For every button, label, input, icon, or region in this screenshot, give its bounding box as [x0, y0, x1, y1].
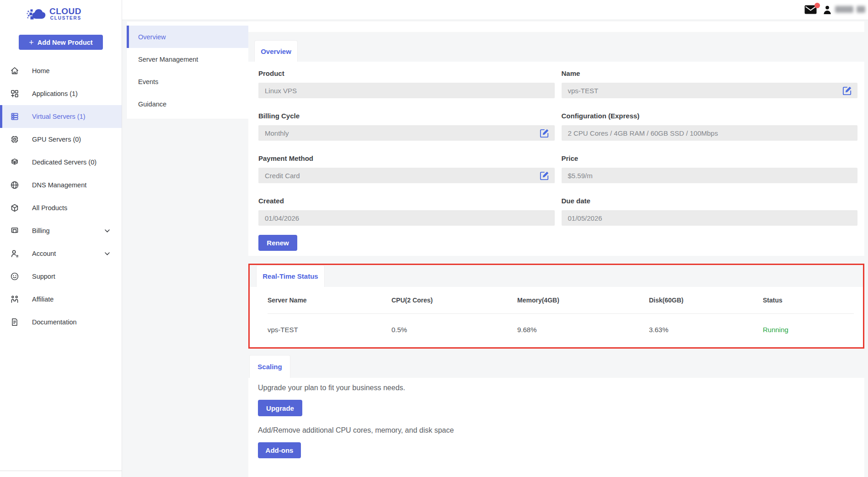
sidebar-footer-divider — [0, 471, 122, 471]
field-billing-cycle: Billing Cycle Monthly — [258, 112, 555, 141]
mail-icon[interactable] — [804, 5, 818, 16]
account-icon — [10, 249, 19, 258]
col-server-name: Server Name — [268, 297, 391, 304]
tab-overview[interactable]: Overview — [254, 40, 298, 62]
created-value: 01/04/2026 — [258, 210, 555, 226]
plus-icon: + — [29, 38, 34, 47]
field-label: Due date — [562, 197, 858, 205]
sidebar-item-support[interactable]: Support — [0, 265, 122, 288]
notification-badge — [814, 3, 820, 8]
field-label: Product — [258, 69, 555, 77]
sidebar-item-documentation[interactable]: Documentation — [0, 311, 122, 334]
overview-card: Overview Product Linux VPS Name vps-TEST — [248, 21, 864, 256]
field-payment-method: Payment Method Credit Card — [258, 154, 555, 183]
cell-server-name: vps-TEST — [268, 326, 391, 334]
field-label: Billing Cycle — [258, 112, 555, 120]
overview-tabstrip: Overview — [248, 32, 864, 62]
scaling-tabstrip: Scaling — [248, 355, 864, 378]
field-price: Price $5.59/m — [562, 154, 858, 183]
realtime-status-table: Server Name CPU(2 Cores) Memory(4GB) Dis… — [250, 287, 863, 345]
edit-payment-method-icon[interactable] — [539, 170, 550, 181]
billing-icon — [10, 226, 19, 235]
sidebar-item-home[interactable]: Home — [0, 59, 122, 82]
sidebar-item-gpu-servers[interactable]: GPU Servers (0) — [0, 128, 122, 151]
field-configuration: Configuration (Express) 2 CPU Cores / 4G… — [562, 112, 858, 141]
field-label: Created — [258, 197, 555, 205]
cloud-clusters-logo[interactable]: CLOUD CLUSTERS — [27, 5, 95, 22]
affiliate-icon — [10, 295, 19, 304]
field-name: Name vps-TEST — [562, 69, 858, 98]
field-created: Created 01/04/2026 — [258, 197, 555, 226]
sidebar-item-billing[interactable]: Billing — [0, 219, 122, 242]
col-memory: Memory(4GB) — [517, 297, 649, 304]
sidebar-nav: Home Applications (1) Virtual Servers (1… — [0, 59, 122, 334]
field-product: Product Linux VPS — [258, 69, 555, 98]
col-status: Status — [763, 297, 854, 304]
addons-button[interactable]: Add-ons — [258, 442, 301, 458]
tab-real-time-status[interactable]: Real-Time Status — [256, 265, 325, 287]
topbar — [122, 0, 868, 20]
subnav-item-server-management[interactable]: Server Management — [127, 48, 248, 70]
payment-method-value: Credit Card — [258, 168, 555, 183]
support-icon — [10, 272, 19, 281]
home-icon — [10, 66, 19, 75]
cell-disk: 3.63% — [649, 326, 763, 334]
renew-button[interactable]: Renew — [258, 235, 297, 251]
user-icon[interactable] — [823, 5, 831, 14]
realtime-status-highlight-box: Real-Time Status Server Name CPU(2 Cores… — [248, 264, 864, 349]
cloud-logo-icon — [27, 5, 48, 22]
virtual-servers-icon — [10, 112, 19, 121]
sidebar-item-affiliate[interactable]: Affiliate — [0, 288, 122, 311]
add-new-product-button[interactable]: + Add New Product — [19, 35, 103, 50]
sidebar: CLOUD CLUSTERS + Add New Product Home Ap… — [0, 0, 122, 477]
cell-memory: 9.68% — [517, 326, 649, 334]
upgrade-button[interactable]: Upgrade — [258, 400, 302, 416]
main-column: Overview Product Linux VPS Name vps-TEST — [248, 21, 864, 477]
tab-scaling[interactable]: Scaling — [249, 355, 290, 378]
dns-icon — [10, 180, 19, 190]
billing-cycle-value: Monthly — [258, 125, 555, 141]
overview-fields: Product Linux VPS Name vps-TEST Billing … — [248, 62, 864, 226]
sidebar-item-virtual-servers[interactable]: Virtual Servers (1) — [0, 105, 122, 128]
all-products-icon — [10, 203, 19, 212]
field-label: Payment Method — [258, 154, 555, 162]
realtime-tabstrip: Real-Time Status — [250, 265, 863, 287]
sidebar-item-account[interactable]: Account — [0, 242, 122, 265]
dedicated-servers-icon — [10, 158, 19, 167]
due-date-value: 01/05/2026 — [562, 210, 858, 226]
chevron-down-icon — [105, 229, 110, 233]
documentation-icon — [10, 318, 19, 327]
server-subnav: Overview Server Management Events Guidan… — [127, 21, 248, 119]
product-value: Linux VPS — [258, 83, 555, 98]
sidebar-item-dedicated-servers[interactable]: Dedicated Servers (0) — [0, 151, 122, 174]
applications-icon — [10, 89, 19, 98]
configuration-value: 2 CPU Cores / 4GB RAM / 60GB SSD / 100Mb… — [562, 125, 858, 141]
price-value: $5.59/m — [562, 168, 858, 183]
col-disk: Disk(60GB) — [649, 297, 763, 304]
gpu-servers-icon — [10, 135, 19, 144]
subnav-item-overview[interactable]: Overview — [127, 26, 248, 48]
edit-name-icon[interactable] — [842, 85, 853, 96]
scaling-card: Upgrade your plan to fit your business n… — [248, 378, 864, 477]
sidebar-item-dns-management[interactable]: DNS Management — [0, 174, 122, 196]
subnav-item-events[interactable]: Events — [127, 70, 248, 93]
content-area: Overview Server Management Events Guidan… — [122, 20, 868, 477]
cell-cpu: 0.5% — [391, 326, 517, 334]
col-cpu: CPU(2 Cores) — [391, 297, 517, 304]
field-label: Price — [562, 154, 858, 162]
table-row: vps-TEST 0.5% 9.68% 3.63% Running — [268, 314, 854, 345]
subnav-item-guidance[interactable]: Guidance — [127, 93, 248, 115]
name-value: vps-TEST — [562, 83, 858, 98]
field-label: Configuration (Express) — [562, 112, 858, 120]
edit-billing-cycle-icon[interactable] — [539, 127, 550, 138]
sidebar-item-applications[interactable]: Applications (1) — [0, 82, 122, 105]
table-header-row: Server Name CPU(2 Cores) Memory(4GB) Dis… — [268, 287, 854, 314]
addons-description: Add/Remove additional CPU cores, memory,… — [258, 426, 855, 435]
username-redacted[interactable] — [835, 6, 865, 13]
sidebar-item-all-products[interactable]: All Products — [0, 196, 122, 219]
logo-title: CLOUD — [49, 7, 81, 16]
field-due-date: Due date 01/05/2026 — [562, 197, 858, 226]
field-label: Name — [562, 69, 858, 77]
logo-subtitle: CLUSTERS — [50, 16, 81, 21]
chevron-down-icon — [105, 252, 110, 255]
